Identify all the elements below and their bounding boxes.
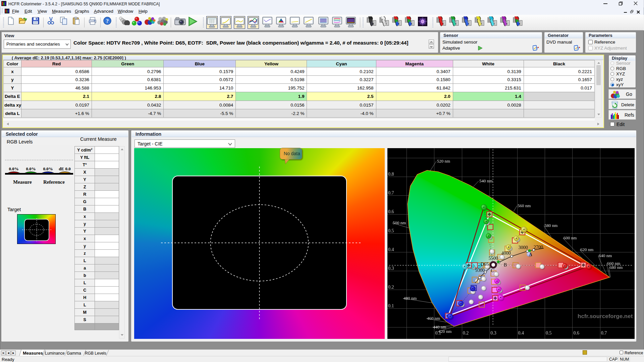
svg-text:0.0%: 0.0%	[26, 167, 36, 171]
svg-text:0.0%: 0.0%	[43, 167, 53, 171]
svg-text:?: ?	[106, 18, 109, 24]
svg-text:0.0%: 0.0%	[9, 167, 18, 171]
svg-text:dE 0.0: dE 0.0	[59, 167, 70, 171]
